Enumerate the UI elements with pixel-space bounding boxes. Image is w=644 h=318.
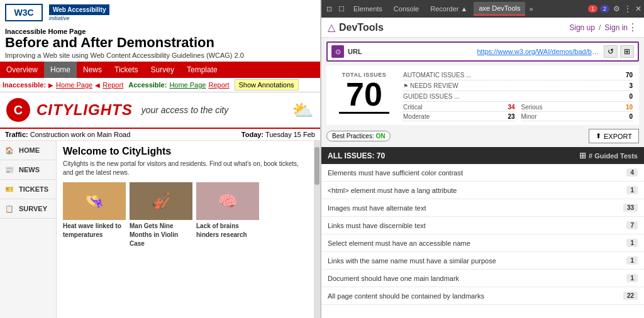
breadcrumb-bar: Inaccessible: ▶ Home Page ◀ Report Acces… — [0, 78, 320, 92]
total-issues-number: 70 — [339, 78, 389, 114]
breadcrumb-inaccessible: Inaccessible: ▶ Home Page ◀ Report — [3, 81, 123, 89]
news-title-0: Heat wave linked to temperatures — [63, 222, 126, 239]
issue-item-5[interactable]: Links with the same name must have a sim… — [321, 252, 644, 270]
nav-template[interactable]: Template — [180, 62, 224, 78]
needs-review-value: 3 — [629, 82, 633, 89]
automatic-issues-row: AUTOMATIC ISSUES ... 70 — [403, 72, 633, 80]
issue-item-4[interactable]: Select element must have an accessible n… — [321, 234, 644, 252]
scrollbar[interactable] — [314, 141, 320, 318]
close-icon[interactable]: ✕ — [635, 4, 641, 13]
nav-bar: Overview Home News Tickets Survey Templa… — [0, 62, 320, 78]
tickets-icon: 🎫 — [4, 185, 15, 194]
devtools-tabs: ⊡ ☐ Elements Console Recorder ▲ axe DevT… — [321, 0, 644, 18]
welcome-body: Citylights is the new portal for visitor… — [63, 160, 308, 177]
page-subtitle: Improving a Web site using Web Content A… — [5, 52, 315, 59]
tab-elements[interactable]: Elements — [348, 3, 387, 15]
issue-item-7[interactable]: All page content should be contained by … — [321, 287, 644, 305]
home-page-link-inaccessible[interactable]: Home Page — [56, 81, 92, 89]
issue-count-3: 7 — [626, 221, 638, 229]
show-annotations-button[interactable]: Show Annotations — [235, 79, 299, 90]
issue-count-5: 1 — [626, 256, 638, 265]
url-value[interactable]: https://www.w3.org/WAI/demos/bad/before/… — [477, 48, 601, 55]
guided-tests-label: # Guided Tests — [589, 152, 638, 160]
url-icon: ⊙ — [331, 45, 344, 58]
right-panel: ⊡ ☐ Elements Console Recorder ▲ axe DevT… — [321, 0, 644, 318]
tab-recorder[interactable]: Recorder ▲ — [425, 3, 472, 15]
minor-label: Minor — [521, 113, 537, 120]
sidebar-item-home[interactable]: 🏠 HOME — [0, 141, 56, 160]
issue-name-2: Images must have alternate text — [328, 204, 618, 212]
today-text: Today: Tuesday 15 Feb — [242, 131, 315, 138]
issue-count-7: 22 — [623, 292, 638, 300]
export-button[interactable]: ⬆ EXPORT — [589, 129, 639, 143]
report-link-accessible[interactable]: Report — [208, 81, 229, 89]
sidebar-news-label: NEWS — [19, 166, 40, 173]
sidebar-item-tickets[interactable]: 🎫 TICKETS — [0, 180, 56, 199]
gear-icon[interactable]: ⚙ — [613, 4, 620, 13]
nav-overview[interactable]: Overview — [0, 62, 44, 78]
url-bar: ⊙ URL https://www.w3.org/WAI/demos/bad/b… — [326, 41, 639, 62]
tab-axe-devtools[interactable]: axe DevTools — [474, 2, 525, 16]
issues-list: Elements must have sufficient color cont… — [321, 164, 644, 318]
header-actions: Sign up / Sign in — [569, 23, 628, 32]
issue-item-6[interactable]: Document should have one main landmark 1 — [321, 270, 644, 287]
issue-item-1[interactable]: <html> element must have a lang attribut… — [321, 182, 644, 199]
issue-item-2[interactable]: Images must have alternate text 33 — [321, 199, 644, 217]
more-vert-icon[interactable]: ⋮ — [624, 4, 631, 13]
issue-name-3: Links must have discernible text — [328, 222, 621, 229]
report-link-inaccessible[interactable]: Report — [103, 81, 123, 89]
sidebar-item-news[interactable]: 📰 NEWS — [0, 160, 56, 180]
nav-home[interactable]: Home — [44, 62, 77, 78]
automatic-label: AUTOMATIC ISSUES ... — [403, 72, 472, 79]
city-logo: C — [6, 98, 30, 122]
issue-name-4: Select element must have an accessible n… — [328, 239, 621, 247]
weather-icon: ⛅ — [292, 100, 314, 121]
blue-badge: 2 — [600, 5, 609, 13]
issue-item-0[interactable]: Elements must have sufficient color cont… — [321, 164, 644, 182]
sidebar-tickets-label: TICKETS — [19, 185, 48, 193]
best-practices-toggle[interactable]: Best Practices: ON — [326, 131, 391, 141]
news-title-1: Man Gets Nine Months in Violin Case — [130, 222, 192, 248]
welcome-heading: Welcome to CityLights — [63, 146, 308, 157]
best-practices-status: ON — [375, 133, 385, 140]
minor-value: 0 — [629, 113, 633, 120]
issue-name-0: Elements must have sufficient color cont… — [328, 169, 621, 177]
inaccessible-label: Inaccessible: — [3, 81, 46, 89]
issue-item-3[interactable]: Links must have discernible text 7 — [321, 217, 644, 234]
header-more-icon[interactable]: ⋮ — [628, 21, 638, 33]
sidebar-nav: 🏠 HOME 📰 NEWS 🎫 TICKETS 📋 SURVEY — [0, 141, 57, 318]
accessible-label: Accessible: — [128, 81, 167, 89]
tab-console[interactable]: Console — [389, 3, 424, 15]
traffic-bar: Traffic: Construction work on Main Road … — [0, 129, 320, 141]
survey-icon: 📋 — [4, 204, 15, 213]
issue-name-6: Document should have one main landmark — [328, 275, 621, 282]
sign-up-link[interactable]: Sign up — [569, 23, 595, 32]
wai-subtitle: initiative — [49, 15, 109, 21]
guided-label: GUIDED ISSUES ... — [403, 93, 459, 100]
total-issues-box: TOTAL ISSUES 70 — [333, 72, 396, 121]
news-title-2: Lack of brains hinders research — [196, 222, 259, 239]
critical-row: Critical 34 — [403, 104, 515, 112]
guided-tests-button[interactable]: ⊞ # Guided Tests — [579, 151, 638, 160]
nav-tickets[interactable]: Tickets — [108, 62, 145, 78]
devtools-title: DevTools — [339, 22, 384, 33]
sign-in-link[interactable]: Sign in — [604, 23, 628, 32]
url-save-button[interactable]: ⊞ — [620, 45, 634, 58]
page-title-area: Inaccessible Home Page Before and After … — [0, 25, 320, 62]
arrow-left-icon: ◀ — [95, 82, 100, 89]
url-refresh-button[interactable]: ↺ — [604, 45, 618, 58]
guided-issues-row: GUIDED ISSUES ... 0 — [403, 93, 633, 102]
home-page-link-accessible[interactable]: Home Page — [169, 81, 206, 89]
nav-news[interactable]: News — [77, 62, 108, 78]
city-name: CITYLIGHTS — [36, 101, 133, 119]
nav-survey[interactable]: Survey — [145, 62, 180, 78]
left-panel: W3C Web Accessibility initiative Inacces… — [0, 0, 321, 318]
serious-label: Serious — [521, 104, 543, 111]
city-tagline: your access to the city — [142, 105, 229, 115]
sidebar-item-survey[interactable]: 📋 SURVEY — [0, 199, 56, 219]
news-grid: 👒 Heat wave linked to temperatures 🎻 Man… — [63, 182, 308, 253]
home-icon: 🏠 — [4, 146, 15, 155]
city-banner: C CITYLIGHTS your access to the city ⛅ — [0, 92, 320, 129]
content-area: 🏠 HOME 📰 NEWS 🎫 TICKETS 📋 SURVEY Welcome… — [0, 141, 320, 318]
sidebar-survey-label: SURVEY — [19, 205, 47, 212]
